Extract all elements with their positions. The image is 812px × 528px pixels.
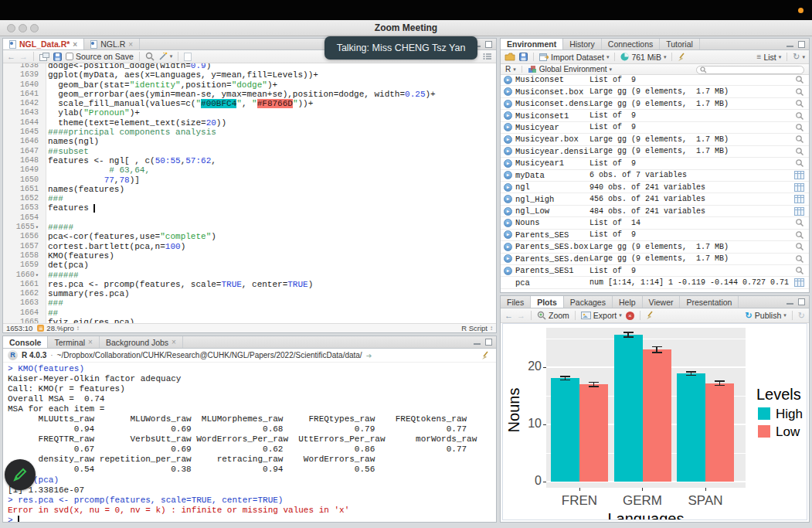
- inspect-object-icon[interactable]: [795, 111, 804, 121]
- console-output[interactable]: > KMO(features)Kaiser-Meyer-Olkin factor…: [3, 363, 496, 522]
- tab-environment[interactable]: Environment: [501, 39, 563, 49]
- save-icon[interactable]: [53, 53, 62, 61]
- expand-object-icon[interactable]: ▶: [504, 159, 512, 168]
- inspect-object-icon[interactable]: [795, 147, 804, 156]
- environment-row[interactable]: ▶Musiconset.boxLarge gg (9 elements, 1.7…: [501, 86, 809, 97]
- publish-button[interactable]: ↻ Publish ▾: [746, 311, 787, 321]
- inspect-object-icon[interactable]: [795, 99, 804, 108]
- environment-row[interactable]: ▶Musicyear.densityLarge gg (9 elements, …: [501, 146, 809, 158]
- expand-object-icon[interactable]: ▶: [504, 111, 512, 120]
- tab-console[interactable]: Console: [3, 336, 48, 348]
- fold-arrow-icon[interactable]: ▾: [36, 224, 39, 230]
- section-navigator[interactable]: ≣ 28.%pro ↕: [37, 324, 79, 332]
- inspect-object-icon[interactable]: [795, 135, 804, 144]
- environment-row[interactable]: ▶Musicyear.boxLarge gg (9 elements, 1.7 …: [501, 134, 809, 145]
- expand-object-icon[interactable]: ▶: [504, 243, 512, 251]
- environment-row[interactable]: ▶MusiconsetList of 9: [501, 75, 809, 86]
- tab-tutorial[interactable]: Tutorial: [660, 39, 700, 49]
- inspect-object-icon[interactable]: [795, 218, 804, 227]
- tab-terminal[interactable]: Terminal ×: [48, 336, 100, 348]
- inspect-object-icon[interactable]: [795, 230, 804, 240]
- expand-object-icon[interactable]: ▶: [504, 207, 512, 216]
- source-on-save-toggle[interactable]: Source on Save: [66, 52, 134, 61]
- document-outline-icon[interactable]: [483, 53, 492, 60]
- memory-usage-button[interactable]: 761 MiB ▾: [620, 53, 666, 62]
- open-in-new-window-icon[interactable]: [39, 53, 49, 61]
- environment-search-input[interactable]: [709, 66, 794, 73]
- code-editor-area[interactable]: 1638dodge<-position_dodge(width=0.9)1639…: [3, 63, 496, 323]
- environment-row[interactable]: ▶Parents_SES1List of 9: [501, 265, 809, 277]
- annotation-tool-button[interactable]: [5, 459, 36, 490]
- inspect-object-icon[interactable]: [795, 254, 804, 264]
- tab-background-jobs[interactable]: Background Jobs ×: [100, 336, 183, 348]
- minimize-pane-icon[interactable]: [474, 339, 481, 346]
- maximize-pane-icon[interactable]: [798, 41, 805, 48]
- environment-row[interactable]: ▶Parents_SES.densi_Large gg (9 elements,…: [501, 254, 809, 265]
- maximize-pane-icon[interactable]: [485, 41, 492, 48]
- expand-object-icon[interactable]: ▶: [504, 183, 512, 192]
- goto-directory-icon[interactable]: ➔: [366, 352, 372, 359]
- inspect-object-icon[interactable]: [795, 242, 804, 251]
- expand-object-icon[interactable]: ▶: [504, 87, 512, 96]
- inspect-object-icon[interactable]: [795, 87, 804, 97]
- expand-object-icon[interactable]: ▶: [504, 135, 512, 144]
- refresh-plot-icon[interactable]: ↻: [798, 311, 805, 321]
- environment-row[interactable]: ▶ngl_High456 obs. of 241 variables: [501, 193, 809, 205]
- expand-object-icon[interactable]: ▶: [504, 195, 512, 203]
- tab-connections[interactable]: Connections: [602, 39, 660, 49]
- open-workspace-folder-icon[interactable]: [505, 53, 515, 61]
- inspect-object-icon[interactable]: [795, 266, 804, 275]
- maximize-pane-icon[interactable]: [798, 298, 805, 305]
- view-data-grid-icon[interactable]: [794, 207, 804, 216]
- environment-row[interactable]: ▶MusicyearList of 9: [501, 122, 809, 134]
- tab-history[interactable]: History: [563, 39, 602, 49]
- expand-object-icon[interactable]: ▶: [504, 123, 512, 131]
- fold-arrow-icon[interactable]: ▾: [36, 272, 39, 278]
- checkbox-icon[interactable]: [66, 53, 73, 60]
- zoom-plot-button[interactable]: Zoom: [537, 311, 569, 320]
- environment-row[interactable]: ▶Parents_SESList of 9: [501, 230, 809, 241]
- environment-row[interactable]: ▶Musiconset.densityLarge gg (9 elements,…: [501, 98, 809, 110]
- clear-console-broom-icon[interactable]: [481, 351, 491, 360]
- environment-row[interactable]: ▶ngl_Low484 obs. of 241 variables: [501, 206, 809, 217]
- expand-object-icon[interactable]: ▶: [504, 76, 512, 84]
- export-plot-button[interactable]: Export ▾: [581, 311, 622, 320]
- tab-presentation[interactable]: Presentation: [680, 296, 739, 308]
- expand-object-icon[interactable]: ▶: [504, 254, 512, 263]
- inspect-object-icon[interactable]: [795, 75, 804, 84]
- refresh-environment-button[interactable]: ↻ ▾: [793, 52, 805, 62]
- next-plot-icon[interactable]: →: [517, 311, 525, 320]
- environment-search-box[interactable]: [696, 66, 804, 74]
- tab-ngl-data-r[interactable]: NGL_Data.R* ×: [3, 39, 84, 49]
- environment-row[interactable]: ▶Parents_SES.boxLarge gg (9 elements, 1.…: [501, 241, 809, 253]
- expand-object-icon[interactable]: ▶: [504, 147, 512, 155]
- tab-packages[interactable]: Packages: [564, 296, 613, 308]
- file-type-selector[interactable]: R Script ↕: [461, 324, 493, 332]
- minimize-pane-icon[interactable]: [787, 41, 793, 48]
- expand-object-icon[interactable]: ▶: [504, 219, 512, 227]
- environment-row[interactable]: ▶Musicyear1List of 9: [501, 158, 809, 169]
- scope-selector[interactable]: Global Environment ▾: [528, 65, 612, 73]
- tab-files[interactable]: Files: [501, 296, 531, 308]
- maximize-pane-icon[interactable]: [485, 339, 492, 346]
- view-mode-selector[interactable]: ≡ List ▾: [757, 53, 782, 62]
- close-tab-icon[interactable]: ×: [172, 338, 176, 346]
- environment-row[interactable]: ▶NounsList of 14: [501, 217, 809, 229]
- expand-object-icon[interactable]: ▶: [504, 171, 512, 179]
- save-workspace-icon[interactable]: [519, 53, 528, 61]
- view-data-grid-icon[interactable]: [794, 171, 804, 179]
- import-dataset-button[interactable]: Import Dataset ▾: [539, 53, 609, 62]
- close-tab-icon[interactable]: ×: [73, 40, 77, 49]
- find-icon[interactable]: [145, 52, 155, 61]
- language-selector[interactable]: R ▾: [505, 65, 516, 73]
- close-tab-icon[interactable]: ×: [88, 338, 93, 346]
- clear-all-plots-broom-icon[interactable]: [646, 311, 656, 320]
- tab-help[interactable]: Help: [613, 296, 643, 308]
- minimize-pane-icon[interactable]: [787, 298, 793, 305]
- forward-icon[interactable]: →: [19, 52, 28, 61]
- previous-plot-icon[interactable]: ←: [505, 311, 513, 320]
- tab-viewer[interactable]: Viewer: [643, 296, 681, 308]
- tab-ngl-r[interactable]: NGL.R ×: [84, 39, 140, 49]
- environment-row[interactable]: ▶myData6 obs. of 7 variables: [501, 170, 809, 182]
- expand-object-icon[interactable]: ▶: [504, 100, 512, 108]
